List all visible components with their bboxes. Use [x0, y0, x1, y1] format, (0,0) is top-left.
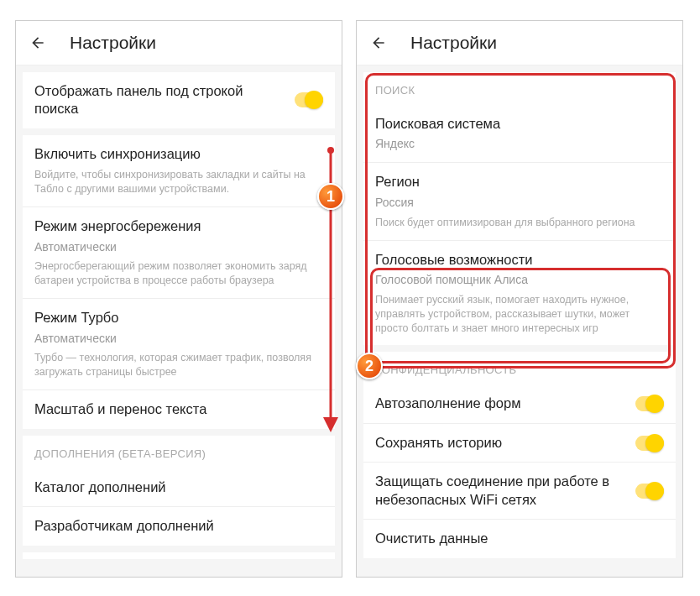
- toggle-icon[interactable]: [635, 436, 664, 451]
- row-region[interactable]: Регион Россия Поиск будет оптимизирован …: [363, 163, 676, 240]
- sync-note: Войдите, чтобы синхронизировать закладки…: [34, 168, 323, 196]
- toggle-icon[interactable]: [635, 484, 664, 499]
- addons-catalog-title: Каталог дополнений: [34, 478, 323, 496]
- voice-title: Голосовые возможности: [375, 251, 664, 269]
- power-sub: Автоматически: [34, 239, 323, 255]
- scale-title: Масштаб и перенос текста: [34, 400, 323, 418]
- header-left: Настройки: [16, 21, 342, 65]
- row-scale[interactable]: Масштаб и перенос текста: [23, 390, 335, 428]
- row-panel-toggle[interactable]: Отображать панель под строкой поиска: [23, 72, 335, 128]
- card-privacy: КОНФИДЕНЦИАЛЬНОСТЬ Автозаполнение форм С…: [363, 352, 676, 557]
- row-autofill[interactable]: Автозаполнение форм: [363, 384, 676, 423]
- clear-title: Очистить данные: [375, 530, 664, 547]
- history-title: Сохранять историю: [375, 434, 635, 452]
- region-title: Регион: [375, 173, 664, 191]
- sync-title: Включить синхронизацию: [34, 145, 323, 163]
- screen-left: Настройки Отображать панель под строкой …: [15, 20, 342, 578]
- region-note: Поиск будет оптимизирован для выбранного…: [375, 216, 664, 230]
- voice-note: Понимает русский язык, помогает находить…: [375, 293, 664, 336]
- engine-sub: Яндекс: [375, 136, 664, 152]
- row-addons-dev[interactable]: Разработчикам дополнений: [23, 507, 335, 545]
- power-title: Режим энергосбережения: [34, 217, 323, 235]
- card-panel-toggle: Отображать панель под строкой поиска: [23, 72, 335, 128]
- turbo-note: Турбо — технология, которая сжимает траф…: [34, 351, 323, 379]
- toggle-icon[interactable]: [635, 396, 664, 411]
- row-clear[interactable]: Очистить данные: [363, 520, 676, 557]
- row-sync[interactable]: Включить синхронизацию Войдите, чтобы си…: [23, 135, 335, 207]
- header-title: Настройки: [70, 33, 156, 53]
- row-addons-catalog[interactable]: Каталог дополнений: [23, 468, 335, 507]
- toggle-icon[interactable]: [295, 92, 323, 107]
- region-sub: Россия: [375, 195, 664, 211]
- engine-title: Поисковая система: [375, 115, 664, 133]
- turbo-sub: Автоматически: [34, 331, 323, 347]
- addons-header: ДОПОЛНЕНИЯ (БЕТА-ВЕРСИЯ): [23, 436, 335, 468]
- wifi-title: Защищать соединение при работе в небезоп…: [375, 473, 635, 509]
- back-arrow-icon[interactable]: [370, 34, 387, 51]
- privacy-header: КОНФИДЕНЦИАЛЬНОСТЬ: [363, 352, 676, 384]
- power-note: Энергосберегающий режим позволяет эконом…: [34, 259, 323, 288]
- autofill-title: Автозаполнение форм: [375, 395, 635, 412]
- header-title: Настройки: [410, 33, 497, 53]
- card-search: ПОИСК Поисковая система Яндекс Регион Ро…: [363, 72, 676, 345]
- screen-right: Настройки ПОИСК Поисковая система Яндекс…: [356, 20, 683, 578]
- addons-dev-title: Разработчикам дополнений: [34, 517, 323, 535]
- card-main: Включить синхронизацию Войдите, чтобы си…: [23, 135, 335, 429]
- panel-toggle-label: Отображать панель под строкой поиска: [34, 82, 295, 118]
- row-turbo[interactable]: Режим Турбо Автоматически Турбо — технол…: [23, 299, 335, 390]
- voice-sub: Голосовой помощник Алиса: [375, 272, 664, 288]
- turbo-title: Режим Турбо: [34, 309, 323, 327]
- card-peek: [23, 552, 335, 559]
- row-wifi[interactable]: Защищать соединение при работе в небезоп…: [363, 463, 676, 520]
- search-header: ПОИСК: [363, 72, 676, 105]
- header-right: Настройки: [357, 21, 682, 65]
- row-voice[interactable]: Голосовые возможности Голосовой помощник…: [363, 241, 676, 346]
- row-engine[interactable]: Поисковая система Яндекс: [363, 105, 676, 163]
- back-arrow-icon[interactable]: [29, 34, 46, 51]
- row-power[interactable]: Режим энергосбережения Автоматически Эне…: [23, 207, 335, 299]
- row-history[interactable]: Сохранять историю: [363, 424, 676, 463]
- card-addons: ДОПОЛНЕНИЯ (БЕТА-ВЕРСИЯ) Каталог дополне…: [23, 436, 335, 546]
